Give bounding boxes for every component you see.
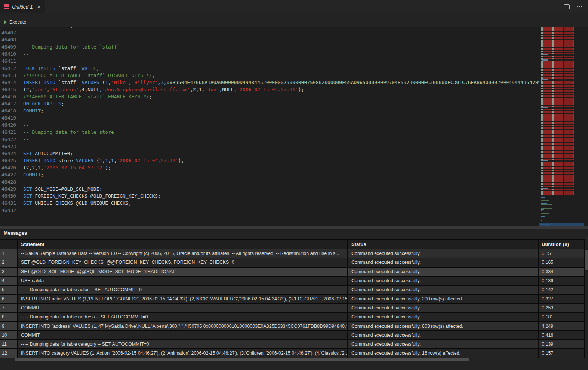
code-line[interactable]: 46423 [0, 143, 547, 150]
table-row[interactable]: 7COMMITCommand executed successfully.0.2… [0, 304, 585, 313]
line-content: (2,'Jon','Stephens',4,NULL,'Jon.Stephens… [23, 86, 304, 93]
line-number: 46417 [0, 100, 23, 107]
statement-cell: COMMIT [18, 304, 348, 312]
minimap-gap [542, 79, 584, 81]
minimap-column [543, 27, 552, 195]
code-line[interactable]: 46409-- Dumping data for table `staff` [0, 43, 547, 50]
line-content: SET FOREIGN_KEY_CHECKS=@OLD_FOREIGN_KEY_… [23, 192, 161, 200]
minimap-border [584, 27, 584, 226]
more-actions-icon[interactable]: ⋯ [576, 5, 583, 9]
table-row[interactable]: 9INSERT INTO `address` VALUES (1,'47 MyS… [0, 322, 585, 331]
table-row[interactable]: 1-- Sakila Sample Database Data -- Versi… [0, 249, 585, 258]
line-number: 46409 [0, 43, 23, 50]
row-number: 9 [0, 322, 18, 330]
minimap[interactable] [539, 27, 584, 226]
header-statement: Statement [18, 240, 348, 249]
line-content: COMMIT; [23, 107, 44, 114]
line-content: -- [23, 121, 29, 129]
table-row[interactable]: 11-- -- Dumping data for table category … [0, 340, 585, 349]
table-row[interactable]: 3SET @OLD_SQL_MODE=@@SQL_MODE, SQL_MODE=… [0, 268, 585, 277]
line-number: 46411 [0, 58, 23, 65]
minimap-code-preview [541, 197, 584, 226]
minimap-viewport[interactable] [539, 223, 584, 226]
duration-cell: 0.327 [539, 295, 585, 303]
code-line[interactable]: 46411 [0, 58, 547, 65]
statement-cell: -- -- Dumping data for table actor -- SE… [18, 286, 348, 294]
code-line[interactable]: 46414INSERT INTO `staff` VALUES (1,'Mike… [0, 79, 547, 86]
table-row[interactable]: 8-- -- Dumping data for table address --… [0, 313, 585, 322]
table-row[interactable]: 5-- -- Dumping data for table actor -- S… [0, 286, 585, 295]
statement-cell: COMMIT [18, 331, 348, 339]
statement-cell: INSERT INTO actor VALUES (1,'PENELOPE','… [18, 295, 348, 303]
line-content: -- [23, 50, 29, 58]
code-line[interactable]: 46427COMMIT; [0, 171, 547, 178]
code-line[interactable]: 46431SET UNIQUE_CHECKS=@OLD_UNIQUE_CHECK… [0, 200, 547, 207]
line-number: 46422 [0, 136, 23, 143]
code-line[interactable]: 46422-- [0, 136, 547, 143]
duration-cell: 0.142 [539, 286, 585, 294]
code-line[interactable]: 46419 [0, 114, 547, 121]
code-line[interactable]: 46429SET SQL_MODE=@OLD_SQL_MODE; [0, 185, 547, 192]
code-line[interactable]: 46407 [0, 29, 547, 36]
row-number: 5 [0, 286, 18, 294]
split-editor-icon[interactable] [564, 4, 570, 9]
code-line[interactable]: 46415(2,'Jon','Stephens',4,NULL,'Jon.Ste… [0, 86, 547, 93]
line-number: 46421 [0, 129, 23, 136]
tab-untitled-1[interactable]: Untitled-1 ✕ [0, 0, 45, 13]
line-content: SET UNIQUE_CHECKS=@OLD_UNIQUE_CHECKS; [23, 200, 132, 207]
row-number: 2 [0, 258, 18, 266]
database-icon [4, 4, 9, 10]
line-number: 46414 [0, 79, 23, 86]
minimap-gap [542, 107, 584, 108]
duration-cell: 0.416 [539, 331, 585, 339]
line-content: -- [23, 36, 29, 43]
table-row[interactable]: 4USE sakilaCommand executed successfully… [0, 277, 585, 286]
panel-resize-sash[interactable] [0, 226, 588, 229]
code-line[interactable]: 46420-- [0, 121, 547, 129]
status-cell: Command executed successfully. [348, 249, 539, 258]
minimap-column [554, 27, 563, 195]
code-line[interactable]: 46417UNLOCK TABLES; [0, 100, 547, 107]
tab-bar: Untitled-1 ✕ ⋯ [0, 0, 588, 13]
code-editor[interactable]: 46406SET AUTOCOMMIT=0;4640746408--46409-… [0, 27, 588, 226]
code-line[interactable]: 46421-- Dumping data for table store [0, 129, 547, 136]
vertical-scrollbar[interactable] [585, 250, 588, 270]
line-number: 46425 [0, 157, 23, 164]
code-line[interactable]: 46428 [0, 178, 547, 185]
code-line[interactable]: 46425INSERT INTO store VALUES (1,1,1,'20… [0, 157, 547, 164]
line-number: 46431 [0, 200, 23, 207]
minimap-column [564, 27, 573, 195]
line-number: 46407 [0, 29, 23, 36]
code-line[interactable]: 46413/*!40000 ALTER TABLE `staff` DISABL… [0, 72, 547, 79]
code-line[interactable]: 46416/*!40000 ALTER TABLE `staff` ENABLE… [0, 93, 547, 100]
close-tab-icon[interactable]: ✕ [37, 4, 41, 10]
header-status: Status [348, 240, 539, 249]
code-line[interactable]: 46424SET AUTOCOMMIT=0; [0, 150, 547, 157]
line-content: SET SQL_MODE=@OLD_SQL_MODE; [23, 185, 102, 192]
table-row[interactable]: 6INSERT INTO actor VALUES (1,'PENELOPE',… [0, 295, 585, 303]
line-number: 46429 [0, 185, 23, 192]
code-line[interactable]: 46426(2,2,2,'2006-02-15 04:57:12'); [0, 164, 547, 171]
line-content: LOCK TABLES `staff` WRITE; [23, 65, 99, 72]
code-line[interactable]: 46418COMMIT; [0, 107, 547, 114]
statement-cell: -- -- Dumping data for table category --… [18, 340, 348, 348]
line-content: -- Dumping data for table store [23, 129, 114, 136]
table-row[interactable]: 10COMMITCommand executed successfully.0.… [0, 331, 585, 340]
horizontal-scrollbar[interactable] [15, 358, 469, 361]
code-line[interactable]: 46408-- [0, 36, 547, 43]
line-content: -- [23, 136, 29, 143]
line-number: 46418 [0, 107, 23, 114]
execute-button[interactable]: Execute [4, 19, 26, 25]
header-duration: Duration (s) [539, 240, 585, 249]
table-row[interactable]: 2SET @OLD_FOREIGN_KEY_CHECKS=@@FOREIGN_K… [0, 258, 585, 267]
code-line[interactable]: 46430SET FOREIGN_KEY_CHECKS=@OLD_FOREIGN… [0, 192, 547, 200]
table-row[interactable]: 12INSERT INTO category VALUES (1,'Action… [0, 349, 585, 358]
code-line[interactable]: 46410-- [0, 50, 547, 58]
code-line[interactable]: 46412LOCK TABLES `staff` WRITE; [0, 65, 547, 72]
code-line[interactable]: 46432 [0, 207, 547, 214]
line-number: 46408 [0, 36, 23, 43]
status-cell: Command executed successfully. [348, 277, 539, 285]
line-number: 46432 [0, 207, 23, 214]
row-number: 11 [0, 340, 18, 348]
line-content: /*!40000 ALTER TABLE `staff` DISABLE KEY… [23, 72, 155, 79]
